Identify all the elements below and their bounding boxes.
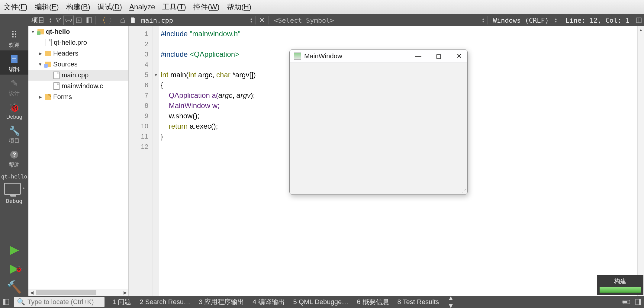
window-title: MainWindow — [304, 52, 342, 60]
menu-tools[interactable]: 工具(T) — [162, 2, 186, 12]
close-button[interactable]: ✕ — [455, 52, 463, 60]
scroll-left-icon[interactable]: ◂ — [28, 289, 35, 296]
encoding-updown-icon[interactable]: ▲▼ — [553, 18, 559, 23]
file-updown-icon[interactable]: ▲▼ — [249, 18, 254, 23]
svg-text:+: + — [640, 18, 642, 22]
fold-column[interactable]: ▼ — [153, 26, 159, 296]
project-folder-icon — [37, 29, 44, 34]
split-add-icon[interactable] — [74, 15, 84, 25]
locator-input[interactable]: 🔍 Type to locate (Ctrl+K) — [14, 297, 105, 307]
toggle-right-sidebar-icon[interactable] — [632, 296, 644, 308]
tree-mainwindow-cpp[interactable]: mainwindow.c — [28, 81, 128, 91]
run-button[interactable]: ▶ — [0, 239, 28, 258]
cursor-position[interactable]: Line: 12, Col: 1 — [561, 17, 634, 24]
mode-welcome[interactable]: ⠿ 欢迎 — [0, 26, 28, 50]
menu-analyze[interactable]: Analyze — [129, 3, 155, 11]
progress-button[interactable] — [620, 296, 632, 308]
svg-rect-9 — [11, 55, 18, 63]
output-tabs: 1 问题 2 Search Resu… 3 应用程序输出 4 编译输出 5 QM… — [106, 294, 620, 308]
toggle-left-sidebar-icon[interactable] — [0, 296, 12, 308]
scroll-thumb[interactable] — [36, 290, 96, 295]
monitor-icon[interactable] — [4, 183, 21, 195]
encoding-label[interactable]: Windows (CRLF) — [489, 17, 553, 24]
bug-icon: 🐞 — [9, 102, 20, 113]
chevron-down-icon[interactable]: ▼ — [37, 62, 43, 67]
chevron-right-icon[interactable]: ▶ — [37, 51, 43, 56]
resize-grip-icon[interactable]: ⋰ — [462, 188, 465, 193]
tab-qml-debugger[interactable]: 5 QML Debugge… — [293, 298, 349, 306]
split-right-icon[interactable]: + — [634, 15, 644, 25]
cpp-file-icon — [53, 72, 60, 79]
tab-issues[interactable]: 1 问题 — [112, 297, 131, 306]
menu-build[interactable]: 构建(B) — [66, 2, 90, 12]
app-icon — [294, 53, 301, 60]
editor-toolbar: 项目 ▲▼ 〈 〉 main.cpp ▲▼ ✕ <Select Symbol> … — [0, 14, 644, 26]
tabs-updown-icon[interactable]: ▲▼ — [447, 294, 454, 308]
chevron-right-icon[interactable]: ▶ — [37, 95, 43, 99]
menu-file[interactable]: 文件(F) — [4, 2, 27, 12]
sidebar-collapse-icon[interactable] — [84, 15, 94, 25]
folder-icon — [45, 51, 51, 56]
cpp-file-icon — [53, 82, 60, 90]
close-file-icon[interactable]: ✕ — [257, 15, 267, 25]
project-switch-updown-icon[interactable]: ▲▼ — [48, 18, 53, 23]
scroll-up-icon[interactable]: ▴ — [638, 26, 644, 33]
tab-search-results[interactable]: 2 Search Resu… — [140, 298, 190, 306]
svg-rect-20 — [639, 299, 641, 305]
mode-help[interactable]: ? 帮助 — [0, 146, 28, 170]
build-progress-toast[interactable]: 构建 — [597, 275, 643, 295]
running-mainwindow[interactable]: MainWindow — ◻ ✕ ⋰ — [289, 49, 468, 195]
link-icon[interactable] — [63, 15, 74, 25]
kit-arrow-icon[interactable]: ▸ — [23, 185, 25, 190]
tree-item-label: main.cpp — [62, 71, 89, 79]
grid-icon: ⠿ — [9, 29, 20, 40]
tree-forms[interactable]: ▶ Forms — [28, 91, 128, 102]
editor-vscrollbar[interactable]: ▴ — [637, 26, 644, 296]
tree-headers[interactable]: ▶ Headers — [28, 48, 128, 59]
fold-toggle-icon[interactable]: ▼ — [153, 70, 159, 80]
hammer-icon: 🔨 — [7, 280, 22, 294]
mode-design[interactable]: ✎ 设计 — [0, 75, 28, 99]
tab-general-msgs[interactable]: 6 概要信息 — [357, 297, 389, 306]
tab-compile-output[interactable]: 4 编译输出 — [253, 297, 285, 306]
chevron-down-icon[interactable]: ▼ — [30, 29, 36, 34]
tree-item-label: Forms — [53, 93, 72, 101]
nav-fwd-icon[interactable]: 〉 — [107, 15, 118, 25]
tab-app-output[interactable]: 3 应用程序输出 — [199, 297, 244, 306]
svg-rect-18 — [623, 301, 627, 303]
tree-sources[interactable]: ▼ Sources — [28, 59, 128, 70]
tree-root[interactable]: ▼ qt-hello — [28, 26, 128, 37]
tab-test-results[interactable]: 8 Test Results — [398, 298, 439, 306]
document-icon — [9, 53, 20, 64]
menubar: 文件(F) 编辑(E) 构建(B) 调试(D) Analyze 工具(T) 控件… — [0, 0, 644, 14]
window-titlebar[interactable]: MainWindow — ◻ ✕ — [290, 50, 467, 63]
progress-bar — [600, 287, 641, 293]
mode-projects[interactable]: 🔧 项目 — [0, 122, 28, 146]
build-button[interactable]: 🔨 — [0, 277, 28, 296]
menu-widgets[interactable]: 控件(W) — [193, 2, 220, 12]
nav-back-icon[interactable]: 〈 — [97, 15, 107, 25]
filter-icon[interactable] — [53, 15, 63, 25]
maximize-button[interactable]: ◻ — [435, 52, 443, 60]
tree-main-cpp[interactable]: main.cpp — [28, 70, 128, 81]
lock-icon[interactable] — [118, 15, 128, 25]
menu-help[interactable]: 帮助(H) — [227, 2, 251, 12]
tree-item-label: Headers — [53, 50, 78, 57]
code-editor[interactable]: 123456789101112 ▼ #include "mainwindow.h… — [129, 26, 644, 296]
tree-pro-file[interactable]: qt-hello.pro — [28, 37, 128, 48]
minimize-button[interactable]: — — [414, 52, 422, 60]
wrench-icon: 🔧 — [9, 125, 20, 136]
menu-debug[interactable]: 调试(D) — [98, 2, 122, 12]
project-tree: ▼ qt-hello qt-hello.pro ▶ Headers ▼ Sour… — [28, 26, 129, 296]
open-file-name[interactable]: main.cpp — [138, 17, 176, 24]
run-debug-button[interactable]: ▶🐞 — [0, 258, 28, 277]
line-gutter: 123456789101112 — [129, 26, 153, 296]
symbol-updown-icon[interactable]: ▲▼ — [481, 18, 486, 23]
kit-name[interactable]: qt-hello — [1, 170, 27, 181]
project-switch-label[interactable]: 项目 — [28, 16, 48, 25]
mode-debug[interactable]: 🐞 Debug — [0, 99, 28, 122]
mode-edit[interactable]: 编辑 — [0, 50, 28, 75]
menu-edit[interactable]: 编辑(E) — [35, 2, 59, 12]
tree-item-label: Sources — [53, 60, 78, 68]
symbol-select[interactable]: <Select Symbol> — [270, 17, 481, 24]
